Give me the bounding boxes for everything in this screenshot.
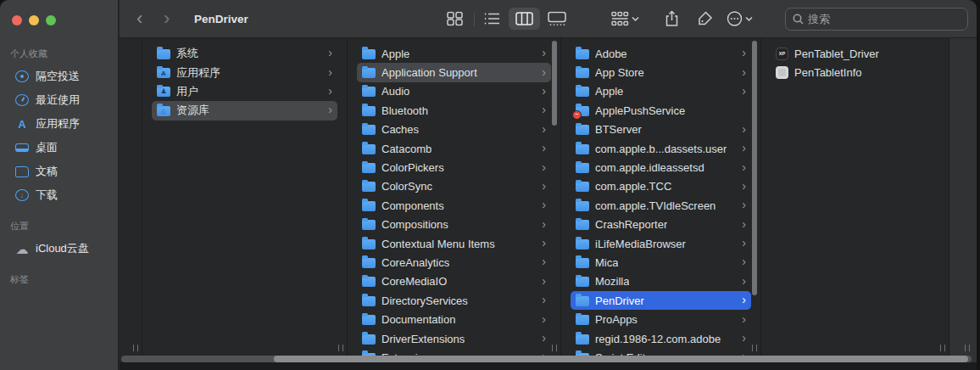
file-row[interactable]: ColorSync ›	[357, 177, 551, 196]
sidebar-item-label: 下载	[36, 188, 58, 203]
column-view-button[interactable]	[509, 8, 540, 30]
more-button[interactable]	[727, 11, 753, 27]
file-row[interactable]: Contextual Menu Items ›	[357, 234, 551, 253]
file-row[interactable]: regid.1986-12.com.adobe ›	[571, 329, 751, 348]
sidebar-item-label: 应用程序	[36, 116, 80, 132]
sidebar-item[interactable]: 桌面	[5, 137, 113, 159]
file-row[interactable]: Application Support ›	[357, 63, 551, 81]
airdrop-icon	[15, 70, 29, 82]
share-button[interactable]	[665, 10, 679, 27]
chevron-right-icon: ›	[542, 294, 546, 307]
file-row[interactable]: PenTabletInfo ›	[771, 63, 939, 81]
close-button[interactable]	[12, 15, 22, 25]
file-row[interactable]: BTServer ›	[571, 121, 751, 139]
sidebar-item[interactable]: 下载	[5, 184, 113, 206]
file-row[interactable]: Mica ›	[571, 253, 751, 272]
folder-icon	[362, 277, 376, 287]
zoom-button[interactable]	[46, 15, 56, 25]
sidebar-section-favorites: 个人收藏 隔空投送 最近使用 应用程序 桌面	[0, 42, 118, 206]
folder-icon	[576, 182, 589, 192]
group-button[interactable]	[611, 12, 639, 26]
column-resize-handle[interactable]	[965, 345, 970, 351]
file-row[interactable]: DirectoryServices ›	[357, 291, 551, 310]
file-row[interactable]: com.apple.TVIdleScreen ›	[571, 196, 751, 215]
file-row[interactable]: ProApps ›	[571, 310, 751, 328]
sidebar-item-label: 文稿	[36, 164, 58, 179]
chevron-right-icon: ›	[742, 66, 746, 80]
folder-icon	[576, 106, 589, 116]
window-bottom-edge	[120, 362, 977, 370]
column-resize-handle[interactable]	[752, 345, 757, 351]
file-row[interactable]: Adobe ›	[571, 44, 751, 63]
file-row[interactable]: 资源库 ›	[152, 101, 337, 120]
apps-a-icon	[15, 117, 29, 131]
icon-view-button[interactable]	[447, 12, 463, 26]
file-row[interactable]: com.apple.TCC ›	[571, 177, 751, 196]
column-resize-handle[interactable]	[338, 345, 343, 351]
sidebar-item[interactable]: iCloud云盘	[5, 238, 113, 260]
file-row[interactable]: Bluetooth ›	[357, 101, 551, 120]
folder-icon	[362, 258, 376, 268]
file-row[interactable]: iLifeMediaBrowser ›	[571, 234, 751, 253]
file-row[interactable]: 用户 ›	[152, 82, 337, 101]
file-row[interactable]: Mozilla ›	[571, 272, 751, 291]
file-row[interactable]: App Store ›	[571, 63, 751, 81]
file-name: CrashReporter	[595, 218, 667, 231]
file-row[interactable]: CoreAnalytics ›	[357, 253, 551, 272]
scrollbar-thumb[interactable]	[752, 41, 757, 295]
file-row[interactable]: com.apple.b...dassets.user ›	[571, 139, 751, 158]
file-row[interactable]: ColorPickers ›	[357, 158, 551, 177]
grid-icon	[447, 12, 463, 26]
file-row[interactable]: CrashReporter ›	[571, 216, 751, 234]
file-row[interactable]: CoreMediaIO ›	[357, 272, 551, 291]
sidebar-item[interactable]: 最近使用	[5, 89, 113, 111]
horizontal-scrollbar[interactable]	[121, 356, 972, 362]
file-row[interactable]: Components ›	[357, 196, 551, 215]
chevron-right-icon: ›	[328, 66, 332, 80]
file-row[interactable]: Compositions ›	[357, 216, 551, 234]
sidebar-item[interactable]: 文稿	[5, 160, 113, 182]
file-row[interactable]: Documentation ›	[357, 310, 551, 328]
column-resize-handle[interactable]	[940, 345, 945, 351]
chevron-right-icon: ›	[742, 294, 746, 307]
back-button[interactable]: ‹	[136, 9, 142, 28]
column-resize-handle[interactable]	[133, 345, 138, 351]
file-name: Compositions	[381, 218, 448, 231]
folder-icon	[362, 239, 376, 249]
file-name: Documentation	[381, 313, 455, 326]
file-row[interactable]: 系统 ›	[152, 44, 337, 63]
file-row[interactable]: Catacomb ›	[357, 139, 551, 158]
search-input[interactable]	[808, 13, 961, 25]
file-row[interactable]: 应用程序 ›	[152, 63, 337, 81]
folder-apps-icon	[157, 68, 170, 78]
scrollbar-thumb[interactable]	[274, 356, 968, 362]
file-row[interactable]: PenDriver ›	[571, 291, 751, 310]
file-row[interactable]: PenTablet_Driver ›	[771, 44, 939, 63]
minimize-button[interactable]	[29, 15, 39, 25]
scrollbar-thumb[interactable]	[552, 41, 557, 126]
file-name: Caches	[381, 123, 419, 136]
chevron-down-icon	[632, 16, 639, 21]
file-name: Apple	[595, 85, 623, 98]
file-name: DirectoryServices	[381, 294, 468, 307]
file-row[interactable]: com.apple.idleassetsd ›	[571, 158, 751, 177]
forward-button[interactable]: ›	[164, 9, 170, 28]
list-view-button[interactable]	[484, 12, 500, 25]
file-row[interactable]: Apple ›	[357, 44, 551, 63]
file-row[interactable]: ApplePushService ›	[571, 101, 751, 120]
file-name: Bluetooth	[381, 104, 428, 117]
folder-icon	[362, 315, 376, 325]
gallery-view-button[interactable]	[548, 12, 566, 26]
file-row[interactable]: Caches ›	[357, 121, 551, 139]
file-row[interactable]: DriverExtensions ›	[357, 329, 551, 348]
file-name: Contextual Menu Items	[381, 238, 495, 250]
file-row[interactable]: Apple ›	[571, 82, 751, 101]
file-name: 系统	[176, 46, 198, 61]
finder-column-empty	[949, 38, 977, 370]
tag-button[interactable]	[697, 11, 713, 27]
sidebar-item[interactable]: 隔空投送	[5, 65, 113, 87]
sidebar-item[interactable]: 应用程序	[5, 113, 113, 135]
column-resize-handle[interactable]	[552, 345, 557, 351]
file-row[interactable]: Audio ›	[357, 82, 551, 101]
search-field[interactable]	[785, 8, 968, 31]
